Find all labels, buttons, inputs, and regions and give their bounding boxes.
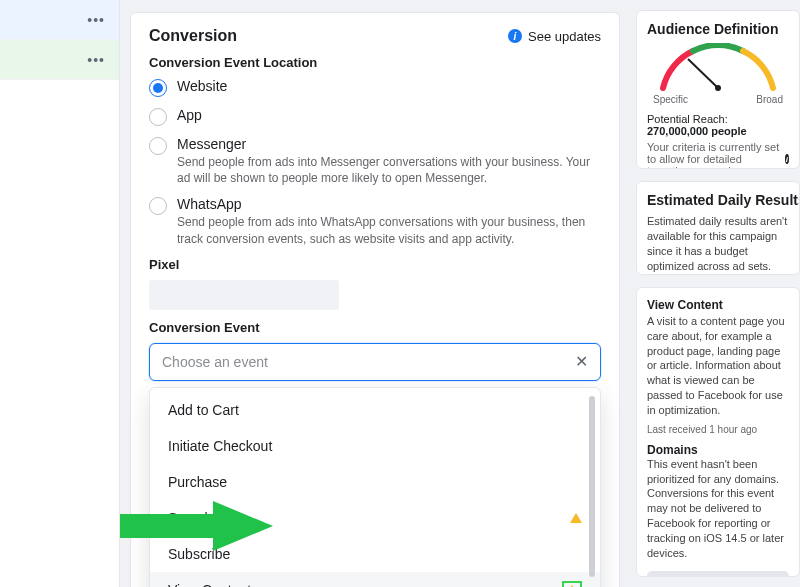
option-label: Purchase: [168, 474, 227, 490]
radio-label: Website: [177, 78, 227, 94]
event-location-website[interactable]: Website: [149, 78, 601, 97]
event-location-label: Conversion Event Location: [149, 55, 601, 70]
event-location-messenger[interactable]: Messenger Send people from ads into Mess…: [149, 136, 601, 186]
go-to-events-manager-button[interactable]: Go to Events Manager: [647, 571, 789, 577]
option-subscribe[interactable]: Subscribe: [150, 536, 600, 572]
potential-reach: Potential Reach: 270,000,000 people: [647, 113, 789, 137]
radio-label: WhatsApp: [177, 196, 601, 212]
tooltip-title: View Content: [647, 298, 789, 312]
radio-sublabel: Send people from ads into WhatsApp conve…: [177, 214, 601, 246]
svg-line-1: [688, 59, 718, 88]
radio-sublabel: Send people from ads into Messenger conv…: [177, 154, 601, 186]
leftnav-adset-row[interactable]: •••: [0, 40, 119, 80]
right-column: Audience Definition Specific Broad Poten…: [630, 0, 800, 587]
see-updates-link[interactable]: i See updates: [508, 29, 601, 44]
option-initiate-checkout[interactable]: Initiate Checkout: [150, 428, 600, 464]
scrollbar[interactable]: [589, 396, 595, 577]
kebab-icon[interactable]: •••: [87, 12, 105, 28]
clear-icon[interactable]: ✕: [569, 350, 593, 374]
left-nav: ••• •••: [0, 0, 120, 587]
option-label: Subscribe: [168, 546, 230, 562]
warning-icon: [570, 513, 582, 523]
option-label: Initiate Checkout: [168, 438, 272, 454]
audience-gauge: [648, 43, 788, 98]
conversion-title: Conversion: [149, 27, 237, 45]
radio-label: App: [177, 107, 202, 123]
event-location-app[interactable]: App: [149, 107, 601, 126]
select-placeholder: Choose an event: [162, 354, 268, 370]
results-body: Estimated daily results aren't available…: [647, 214, 789, 273]
info-icon[interactable]: i: [785, 154, 789, 164]
radio-label: Messenger: [177, 136, 601, 152]
tooltip-domains-title: Domains: [647, 443, 789, 457]
estimated-daily-results-panel: Estimated Daily Results Estimated daily …: [636, 181, 800, 275]
option-purchase[interactable]: Purchase: [150, 464, 600, 500]
conversion-event-select[interactable]: Choose an event: [149, 343, 601, 381]
conversion-card: Conversion i See updates Conversion Even…: [130, 12, 620, 587]
option-label: View Content: [168, 582, 251, 587]
main-column: Conversion i See updates Conversion Even…: [120, 0, 630, 587]
conversion-event-label: Conversion Event: [149, 320, 601, 335]
results-title: Estimated Daily Results: [647, 192, 789, 208]
criteria-line: Your criteria is currently set to allow …: [647, 141, 789, 169]
info-icon: i: [508, 29, 522, 43]
conversion-event-dropdown: Add to Cart Initiate Checkout Purchase S…: [149, 387, 601, 587]
radio-icon[interactable]: [149, 137, 167, 155]
pixel-selector[interactable]: [149, 280, 339, 310]
event-location-whatsapp[interactable]: WhatsApp Send people from ads into Whats…: [149, 196, 601, 246]
audience-definition-panel: Audience Definition Specific Broad Poten…: [636, 10, 800, 169]
option-search[interactable]: Search: [150, 500, 600, 536]
audience-title: Audience Definition: [647, 21, 789, 37]
svg-point-2: [715, 85, 721, 91]
highlight-box: [562, 581, 582, 587]
view-content-help-panel: View Content A visit to a content page y…: [636, 287, 800, 577]
option-label: Search: [168, 510, 212, 526]
option-label: Add to Cart: [168, 402, 239, 418]
tooltip-domains-body: This event hasn't been prioritized for a…: [647, 457, 789, 561]
tooltip-last-received: Last received 1 hour ago: [647, 424, 789, 435]
tooltip-body: A visit to a content page you care about…: [647, 314, 789, 418]
leftnav-campaign-row[interactable]: •••: [0, 0, 119, 40]
radio-icon[interactable]: [149, 197, 167, 215]
option-view-content[interactable]: View Content: [150, 572, 600, 587]
see-updates-label: See updates: [528, 29, 601, 44]
radio-icon[interactable]: [149, 79, 167, 97]
option-add-to-cart[interactable]: Add to Cart: [150, 392, 600, 428]
pixel-label: Pixel: [149, 257, 601, 272]
kebab-icon[interactable]: •••: [87, 52, 105, 68]
radio-icon[interactable]: [149, 108, 167, 126]
